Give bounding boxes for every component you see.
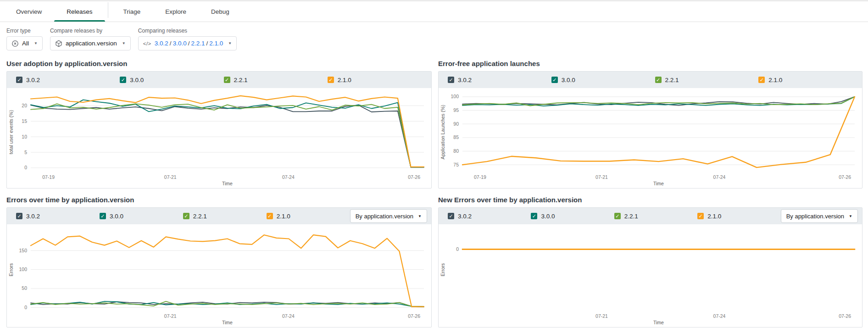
tab-triage[interactable]: Triage xyxy=(111,1,153,22)
svg-text:Time: Time xyxy=(222,320,233,325)
filter-bar: Error type All ▼ Compare releases by xyxy=(0,22,868,57)
chart-canvas: 0510152007-1907-2107-2407-26Timetotal us… xyxy=(7,88,431,188)
legend-label: 3.0.0 xyxy=(130,77,144,83)
svg-text:07-19: 07-19 xyxy=(474,174,486,180)
legend-item-2.1.0[interactable]: ✓2.1.0 xyxy=(267,213,350,220)
tab-overview[interactable]: Overview xyxy=(4,1,54,22)
legend: ✓3.0.2✓3.0.0✓2.2.1✓2.1.0By application.v… xyxy=(7,208,431,224)
legend-label: 3.0.2 xyxy=(458,77,472,83)
legend-item-2.2.1[interactable]: ✓2.2.1 xyxy=(224,77,328,83)
comparing-releases-dropdown[interactable]: </> 3.0.2/3.0.0/2.2.1/2.1.0 ▼ xyxy=(138,36,237,50)
error-circle-icon xyxy=(11,40,19,47)
tab-releases[interactable]: Releases xyxy=(54,1,105,22)
legend-item-2.2.1[interactable]: ✓2.2.1 xyxy=(183,213,267,220)
legend-item-2.1.0[interactable]: ✓2.1.0 xyxy=(328,77,431,83)
error-type-dropdown[interactable]: All ▼ xyxy=(6,36,43,50)
legend-label: 3.0.2 xyxy=(26,213,40,220)
chevron-down-icon: ▼ xyxy=(122,41,126,45)
svg-text:07-24: 07-24 xyxy=(282,313,295,319)
legend-checkbox[interactable]: ✓ xyxy=(183,213,189,219)
legend-label: 2.1.0 xyxy=(707,213,721,220)
svg-text:50: 50 xyxy=(22,285,27,291)
legend-item-2.1.0[interactable]: ✓2.1.0 xyxy=(758,77,862,83)
legend-checkbox[interactable]: ✓ xyxy=(448,77,454,83)
svg-text:80: 80 xyxy=(453,148,459,154)
legend-label: 2.1.0 xyxy=(768,77,782,83)
charts-grid: User adoption by application.version ✓3.… xyxy=(0,57,868,327)
compare-by-label: Compare releases by xyxy=(50,28,131,34)
svg-text:total user events (%): total user events (%) xyxy=(8,110,14,154)
svg-text:5: 5 xyxy=(24,150,27,155)
legend-item-3.0.0[interactable]: ✓3.0.0 xyxy=(100,213,183,220)
legend-item-3.0.2[interactable]: ✓3.0.2 xyxy=(16,213,100,220)
legend-checkbox[interactable]: ✓ xyxy=(655,77,662,83)
chart-panel: ✓3.0.2✓3.0.0✓2.2.1✓2.1.0 758085909510007… xyxy=(438,71,862,189)
chevron-down-icon: ▼ xyxy=(34,41,38,45)
legend-checkbox[interactable]: ✓ xyxy=(328,77,334,83)
chart-canvas: 05010015007-2107-2407-26TimeErrors xyxy=(7,224,431,327)
legend: ✓3.0.2✓3.0.0✓2.2.1✓2.1.0 xyxy=(7,72,431,88)
version-link-2.1.0[interactable]: 2.1.0 xyxy=(209,40,223,47)
comparing-versions-list: 3.0.2/3.0.0/2.2.1/2.1.0 xyxy=(155,40,223,47)
legend-label: 2.2.1 xyxy=(624,213,638,220)
chart-title: Error-free application launches xyxy=(438,60,862,67)
legend-label: 3.0.2 xyxy=(26,77,40,83)
chart-panel: ✓3.0.2✓3.0.0✓2.2.1✓2.1.0 0510152007-1907… xyxy=(6,71,432,189)
compare-by-filter: Compare releases by application.version … xyxy=(50,28,131,50)
legend-checkbox[interactable]: ✓ xyxy=(120,77,126,83)
tab-explore[interactable]: Explore xyxy=(153,1,199,22)
legend-item-3.0.0[interactable]: ✓3.0.0 xyxy=(120,77,223,83)
svg-text:85: 85 xyxy=(453,134,459,140)
legend-label: 2.1.0 xyxy=(338,77,351,83)
chart-panel: ✓3.0.2✓3.0.0✓2.2.1✓2.1.0By application.v… xyxy=(438,207,862,327)
legend-item-2.1.0[interactable]: ✓2.1.0 xyxy=(697,213,780,220)
chevron-down-icon: ▼ xyxy=(849,214,852,218)
legend-label: 2.2.1 xyxy=(234,77,248,83)
legend-item-2.2.1[interactable]: ✓2.2.1 xyxy=(655,77,759,83)
legend-item-3.0.2[interactable]: ✓3.0.2 xyxy=(448,77,551,83)
legend-checkbox[interactable]: ✓ xyxy=(16,77,22,83)
legend-label: 3.0.0 xyxy=(110,213,123,220)
svg-text:07-26: 07-26 xyxy=(408,313,420,319)
group-by-value: By application.version xyxy=(356,213,413,220)
group-by-dropdown[interactable]: By application.version▼ xyxy=(781,209,858,223)
legend-checkbox[interactable]: ✓ xyxy=(758,77,765,83)
legend-checkbox[interactable]: ✓ xyxy=(100,213,106,219)
svg-text:Errors: Errors xyxy=(440,263,445,277)
legend-item-2.2.1[interactable]: ✓2.2.1 xyxy=(614,213,697,220)
svg-text:90: 90 xyxy=(453,121,459,127)
svg-text:07-21: 07-21 xyxy=(164,174,177,180)
legend-checkbox[interactable]: ✓ xyxy=(531,213,537,219)
legend-item-3.0.0[interactable]: ✓3.0.0 xyxy=(531,213,614,220)
chevron-down-icon: ▼ xyxy=(228,41,232,45)
version-link-2.2.1[interactable]: 2.2.1 xyxy=(191,40,205,47)
version-link-3.0.2[interactable]: 3.0.2 xyxy=(155,40,168,47)
legend-item-3.0.2[interactable]: ✓3.0.2 xyxy=(448,213,531,220)
legend-checkbox[interactable]: ✓ xyxy=(697,213,704,219)
version-separator: / xyxy=(168,40,173,47)
svg-text:20: 20 xyxy=(22,103,27,108)
legend-checkbox[interactable]: ✓ xyxy=(16,213,22,219)
legend-item-3.0.0[interactable]: ✓3.0.0 xyxy=(551,77,655,83)
version-separator: / xyxy=(205,40,209,47)
chevron-down-icon: ▼ xyxy=(418,214,422,218)
legend-checkbox[interactable]: ✓ xyxy=(551,77,558,83)
version-link-3.0.0[interactable]: 3.0.0 xyxy=(173,40,187,47)
chart-panel: ✓3.0.2✓3.0.0✓2.2.1✓2.1.0By application.v… xyxy=(6,207,432,327)
comparing-releases-filter: Comparing releases </> 3.0.2/3.0.0/2.2.1… xyxy=(138,28,237,50)
group-by-dropdown[interactable]: By application.version▼ xyxy=(350,209,427,223)
chart-canvas: 758085909510007-1907-2107-2407-26TimeApp… xyxy=(439,88,862,188)
legend-checkbox[interactable]: ✓ xyxy=(267,213,273,219)
compare-by-dropdown[interactable]: application.version ▼ xyxy=(50,36,131,50)
compare-by-value: application.version xyxy=(66,40,117,47)
plot-area: 758085909510007-1907-2107-2407-26TimeApp… xyxy=(439,88,862,188)
legend-checkbox[interactable]: ✓ xyxy=(614,213,621,219)
legend: ✓3.0.2✓3.0.0✓2.2.1✓2.1.0By application.v… xyxy=(439,208,862,224)
chart-title: Errors over time by application.version xyxy=(6,196,432,204)
svg-text:07-26: 07-26 xyxy=(408,174,420,180)
legend-checkbox[interactable]: ✓ xyxy=(224,77,230,83)
svg-text:75: 75 xyxy=(453,162,459,167)
legend-checkbox[interactable]: ✓ xyxy=(448,213,454,219)
tab-debug[interactable]: Debug xyxy=(199,1,242,22)
legend-item-3.0.2[interactable]: ✓3.0.2 xyxy=(16,77,120,83)
